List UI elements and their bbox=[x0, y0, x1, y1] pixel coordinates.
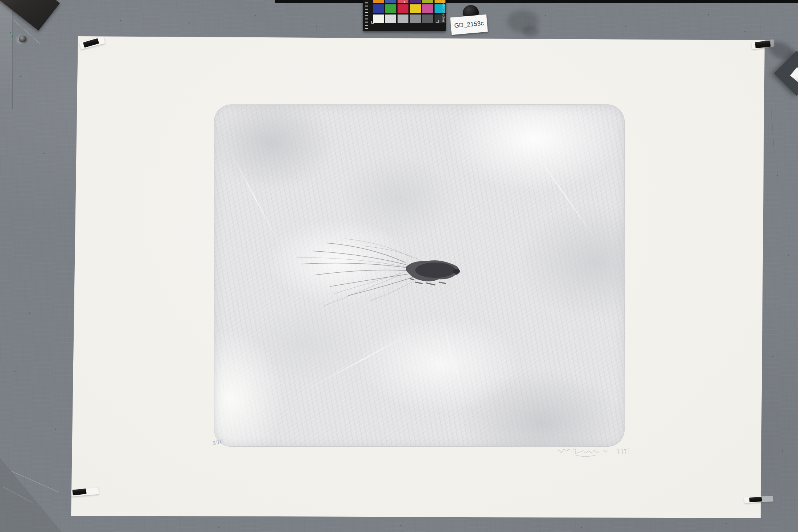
color-patch bbox=[422, 15, 433, 23]
id-label-text: GD_2153c bbox=[454, 20, 484, 29]
corner-magnet-bottom-right bbox=[749, 497, 762, 502]
corner-bracket-mark bbox=[436, 20, 439, 23]
surface-scratch bbox=[0, 233, 55, 233]
color-patch bbox=[422, 4, 433, 13]
color-patch bbox=[410, 15, 421, 23]
colorchecker-brand-text: colorchecker bbox=[442, 1, 445, 22]
brush-streak bbox=[530, 145, 597, 241]
color-patch bbox=[410, 4, 421, 13]
brush-streak bbox=[439, 308, 464, 400]
artist-signature bbox=[556, 443, 632, 459]
color-patch bbox=[385, 0, 396, 3]
color-patch bbox=[385, 4, 396, 13]
corner-shadow bbox=[0, 458, 62, 532]
color-patch bbox=[373, 15, 384, 23]
color-patch bbox=[385, 15, 396, 23]
table-top-edge bbox=[275, 0, 798, 3]
colorchecker-patches bbox=[373, 0, 445, 29]
color-patch bbox=[373, 4, 384, 13]
comet-smudge bbox=[290, 232, 508, 319]
registration-mark: + bbox=[403, 0, 406, 4]
id-label: GD_2153c bbox=[450, 15, 488, 35]
ruler-scale bbox=[365, 0, 368, 30]
metal-button bbox=[19, 36, 26, 42]
color-patch bbox=[398, 4, 408, 13]
brush-streak bbox=[308, 330, 418, 389]
colorchecker-card: colorchecker + bbox=[363, 0, 446, 31]
color-patch bbox=[410, 0, 421, 3]
color-patch bbox=[422, 0, 433, 3]
color-patch bbox=[398, 15, 408, 23]
corner-bracket-mark bbox=[371, 21, 374, 24]
color-patch bbox=[398, 0, 408, 3]
brush-streak bbox=[229, 149, 280, 245]
surface-scratch bbox=[771, 109, 774, 152]
surface-stain bbox=[522, 26, 539, 37]
paint-speck-green bbox=[10, 32, 11, 33]
table-seam-left bbox=[0, 0, 13, 109]
color-patch bbox=[373, 0, 384, 3]
photo-table-surface: 3/10 colorchecker + GD_2153c bbox=[0, 0, 798, 532]
